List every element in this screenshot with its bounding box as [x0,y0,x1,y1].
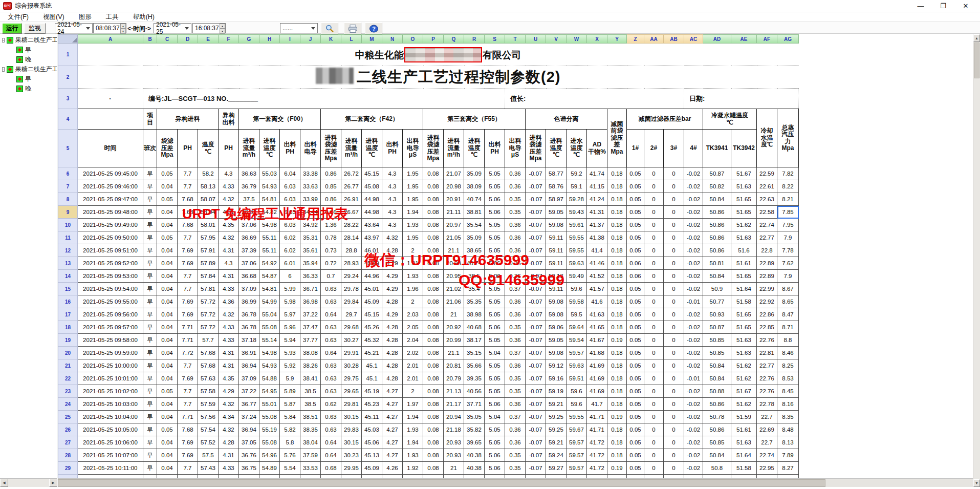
shift-cell[interactable]: 早 [143,372,157,385]
value-cell[interactable]: 0 [644,206,664,219]
value-cell[interactable]: -0.07 [526,462,546,475]
value-cell[interactable]: 7.69 [178,308,198,321]
value-cell[interactable]: 20.93 [444,449,464,462]
value-cell[interactable]: 54.93 [259,359,280,372]
value-cell[interactable]: -0.07 [526,347,546,359]
run-button[interactable]: 运行 [2,23,22,34]
value-cell[interactable]: 41.46 [587,257,607,270]
time-cell[interactable]: 2021-05-25 09:51:00 [78,244,143,257]
value-cell[interactable]: 45.21 [362,347,382,359]
value-cell[interactable]: 51.64 [731,449,757,462]
value-cell[interactable]: 59.11 [546,244,567,257]
row-header[interactable]: 8 [58,193,78,206]
value-cell[interactable]: 0.08 [423,283,444,295]
value-cell[interactable]: 0.04 [157,295,178,308]
value-cell[interactable] [664,475,684,479]
value-cell[interactable]: -0.07 [526,231,546,244]
shift-cell[interactable]: 早 [143,219,157,231]
value-cell[interactable]: 0.08 [423,270,444,283]
value-cell[interactable]: 58.77 [546,167,567,180]
row-header[interactable]: 30 [58,475,78,479]
value-cell[interactable]: 0.62 [321,398,341,411]
value-cell[interactable]: 41.15 [587,180,607,193]
value-cell[interactable]: 50.86 [703,231,731,244]
value-cell[interactable]: 7.68 [178,219,198,231]
value-cell[interactable]: 57.59 [198,398,219,411]
value-cell[interactable]: -0.07 [526,398,546,411]
tree-leaf-1-0[interactable]: 早 [0,75,57,83]
value-cell[interactable]: 30.23 [341,449,362,462]
value-cell[interactable] [464,475,485,479]
value-cell[interactable]: 8.22 [777,180,799,193]
value-cell[interactable]: 59.06 [546,321,567,334]
scroll-up-icon[interactable]: ▲ [973,34,980,42]
value-cell[interactable]: 0.35 [505,372,526,385]
value-cell[interactable]: 57.95 [198,231,219,244]
value-cell[interactable]: 0 [644,270,664,283]
sub-header-1[interactable]: 班次 [143,130,157,167]
value-cell[interactable]: 0.19 [607,411,627,423]
value-cell[interactable]: 59.6 [567,385,587,398]
value-cell[interactable]: 8.48 [777,423,799,436]
value-cell[interactable]: 51.67 [731,385,757,398]
time-cell[interactable]: 2021-05-25 09:52:00 [78,257,143,270]
value-cell[interactable]: 4.27 [382,411,403,423]
value-cell[interactable]: 51.62 [731,398,757,411]
value-cell[interactable]: 59.5 [567,308,587,321]
value-cell[interactable]: 4.28 [382,295,403,308]
value-cell[interactable]: 0.05 [627,449,644,462]
value-cell[interactable]: 0.36 [505,436,526,449]
value-cell[interactable]: -0.02 [684,449,703,462]
value-cell[interactable]: 36.98 [300,295,321,308]
value-cell[interactable]: 59.6 [567,398,587,411]
value-cell[interactable]: 0.04 [157,347,178,359]
value-cell[interactable]: -0.02 [684,359,703,372]
value-cell[interactable]: 0.08 [423,436,444,449]
value-cell[interactable]: 7.7 [178,283,198,295]
value-cell[interactable]: 22.95 [757,462,777,475]
value-cell[interactable]: 29.75 [341,372,362,385]
value-cell[interactable]: 0 [664,270,684,283]
group-header-11[interactable]: 冷却 水温 度℃ [757,109,777,167]
sub-header-8[interactable]: 出料 PH [280,130,300,167]
value-cell[interactable]: 5.05 [485,385,505,398]
value-cell[interactable]: 5.92 [280,359,300,372]
value-cell[interactable]: 0.18 [607,219,627,231]
value-cell[interactable]: 0.73 [321,244,341,257]
value-cell[interactable]: 6.02 [280,244,300,257]
value-cell[interactable]: 39.35 [464,372,485,385]
value-cell[interactable]: 7.7 [178,359,198,372]
value-cell[interactable] [341,475,362,479]
value-cell[interactable]: 0.19 [607,462,627,475]
value-cell[interactable]: 0.05 [627,462,644,475]
shift-cell[interactable]: 早 [143,423,157,436]
column-header-C[interactable]: C [157,35,178,44]
value-cell[interactable]: 51.61 [731,257,757,270]
grid-horizontal-scrollbar[interactable] [58,478,973,487]
value-cell[interactable]: -0.01 [684,372,703,385]
column-header-Q[interactable]: Q [444,35,464,44]
value-cell[interactable]: 1.93 [403,219,423,231]
value-cell[interactable]: 38.17 [464,334,485,347]
value-cell[interactable]: -0.07 [526,206,546,219]
column-header-P[interactable]: P [423,35,444,44]
value-cell[interactable]: 5.05 [485,180,505,193]
value-cell[interactable]: 0.63 [321,295,341,308]
value-cell[interactable]: 51.63 [731,334,757,347]
value-cell[interactable]: 7.7 [178,180,198,193]
column-header-H[interactable]: H [259,35,280,44]
value-cell[interactable]: 0 [644,372,664,385]
value-cell[interactable]: 35.94 [300,257,321,270]
tree-leaf-1-1[interactable]: 晚 [0,84,57,93]
value-cell[interactable]: 7.69 [178,244,198,257]
value-cell[interactable]: 41.57 [587,283,607,295]
value-cell[interactable]: 0.08 [423,321,444,334]
value-cell[interactable]: 36.68 [239,270,259,283]
maximize-button[interactable]: ❐ [932,1,954,12]
value-cell[interactable]: -0.02 [684,231,703,244]
value-cell[interactable]: 1.94 [403,206,423,219]
collapse-icon[interactable]: - [2,67,5,72]
value-cell[interactable]: 0 [644,180,664,193]
column-header-G[interactable]: G [239,35,259,44]
value-cell[interactable]: 57.81 [198,283,219,295]
